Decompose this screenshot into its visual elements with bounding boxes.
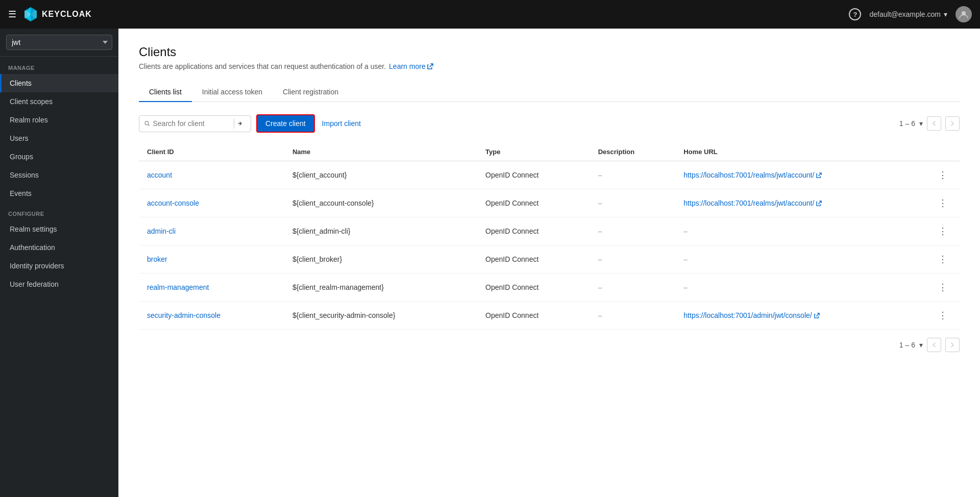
home-url-link[interactable]: https://localhost:7001/realms/jwt/accoun… [683, 171, 822, 179]
pagination-dropdown-icon[interactable]: ▾ [919, 119, 923, 128]
col-header-description: Description [590, 143, 676, 161]
table-row: security-admin-console${client_security-… [139, 302, 960, 330]
prev-page-button[interactable] [927, 116, 941, 131]
external-link-icon [427, 63, 433, 69]
cell-type: OpenID Connect [477, 161, 590, 189]
bottom-next-page-button[interactable] [945, 338, 960, 352]
sidebar-manage-label: Manage [0, 57, 118, 74]
bottom-pagination-dropdown-icon[interactable]: ▾ [919, 341, 923, 349]
hamburger-icon[interactable]: ☰ [8, 9, 16, 20]
cell-client-id: security-admin-console [139, 302, 284, 330]
cell-description: – [590, 302, 676, 330]
cell-row-actions: ⋮ [926, 302, 960, 330]
table-row: broker${client_broker}OpenID Connect––⋮ [139, 245, 960, 274]
table-body: account${client_account}OpenID Connect–h… [139, 161, 960, 330]
client-id-link[interactable]: account-console [147, 199, 199, 207]
cell-row-actions: ⋮ [926, 274, 960, 302]
home-url-dash: – [683, 283, 688, 291]
topbar: ☰ KEYCLOAK ? default@example.com ▾ [0, 0, 980, 29]
bottom-prev-page-button[interactable] [927, 338, 941, 352]
cell-name: ${client_security-admin-console} [284, 302, 477, 330]
client-id-link[interactable]: realm-management [147, 283, 209, 291]
col-header-home-url: Home URL [675, 143, 926, 161]
realm-selector[interactable]: jwt [0, 29, 118, 57]
next-page-button[interactable] [945, 116, 960, 131]
learn-more-text: Learn more [389, 62, 426, 70]
cell-name: ${client_broker} [284, 245, 477, 274]
user-dropdown-arrow-icon: ▾ [944, 10, 947, 18]
row-kebab-menu-button[interactable]: ⋮ [934, 223, 951, 239]
external-link-row-icon [814, 313, 820, 318]
home-url-dash: – [683, 255, 688, 263]
sidebar-item-groups[interactable]: Groups [0, 147, 118, 166]
topbar-right: ? default@example.com ▾ [849, 6, 972, 22]
toolbar-left: Create client Import client [139, 114, 363, 133]
bottom-chevron-left-icon [932, 342, 936, 347]
home-url-link[interactable]: https://localhost:7001/admin/jwt/console… [683, 311, 819, 319]
cell-client-id: broker [139, 245, 284, 274]
cell-name: ${client_realm-management} [284, 274, 477, 302]
learn-more-link[interactable]: Learn more [389, 62, 433, 70]
cell-client-id: account [139, 161, 284, 189]
cell-name: ${client_account} [284, 161, 477, 189]
client-id-link[interactable]: account [147, 171, 172, 179]
search-input[interactable] [153, 119, 229, 128]
table-row: realm-management${client_realm-managemen… [139, 274, 960, 302]
realm-select[interactable]: jwt [6, 35, 112, 50]
user-avatar-icon [959, 10, 968, 19]
sidebar-item-user-federation[interactable]: User federation [0, 275, 118, 293]
cell-home-url: – [675, 245, 926, 274]
help-icon[interactable]: ? [849, 8, 861, 20]
tab-initial-access-token[interactable]: Initial access token [192, 83, 273, 102]
tab-client-registration[interactable]: Client registration [273, 83, 349, 102]
col-header-type: Type [477, 143, 590, 161]
cell-row-actions: ⋮ [926, 245, 960, 274]
sidebar-item-client-scopes[interactable]: Client scopes [0, 92, 118, 111]
create-client-button[interactable]: Create client [256, 114, 315, 133]
row-kebab-menu-button[interactable]: ⋮ [934, 167, 951, 183]
arrow-right-icon [237, 121, 242, 126]
sidebar-item-authentication[interactable]: Authentication [0, 238, 118, 257]
row-kebab-menu-button[interactable]: ⋮ [934, 280, 951, 295]
cell-client-id: realm-management [139, 274, 284, 302]
cell-type: OpenID Connect [477, 245, 590, 274]
sidebar-item-clients[interactable]: Clients [0, 74, 118, 92]
cell-description: – [590, 217, 676, 245]
external-link-row-icon [816, 172, 822, 178]
cell-home-url: – [675, 274, 926, 302]
client-id-link[interactable]: broker [147, 255, 167, 263]
main-content: Clients Clients are applications and ser… [118, 29, 980, 497]
row-kebab-menu-button[interactable]: ⋮ [934, 195, 951, 211]
toolbar: Create client Import client 1 – 6 ▾ [139, 114, 960, 133]
keycloak-logo-icon [22, 6, 39, 22]
sidebar-item-users[interactable]: Users [0, 129, 118, 147]
cell-row-actions: ⋮ [926, 189, 960, 217]
search-wrapper[interactable] [139, 115, 251, 132]
cell-name: ${client_admin-cli} [284, 217, 477, 245]
cell-client-id: admin-cli [139, 217, 284, 245]
cell-client-id: account-console [139, 189, 284, 217]
clients-table: Client ID Name Type Description Home URL… [139, 143, 960, 330]
row-kebab-menu-button[interactable]: ⋮ [934, 308, 951, 323]
chevron-right-icon [950, 121, 954, 126]
page-subtitle: Clients are applications and services th… [139, 62, 960, 70]
sidebar-item-identity-providers[interactable]: Identity providers [0, 257, 118, 275]
sidebar-item-realm-roles[interactable]: Realm roles [0, 111, 118, 129]
avatar[interactable] [955, 6, 972, 22]
client-id-link[interactable]: security-admin-console [147, 311, 220, 319]
user-dropdown[interactable]: default@example.com ▾ [869, 10, 947, 18]
page-subtitle-text: Clients are applications and services th… [139, 62, 386, 70]
search-go-button[interactable] [234, 119, 246, 129]
topbar-left: ☰ KEYCLOAK [8, 6, 92, 22]
row-kebab-menu-button[interactable]: ⋮ [934, 252, 951, 267]
client-id-link[interactable]: admin-cli [147, 227, 176, 235]
sidebar-item-events[interactable]: Events [0, 184, 118, 203]
sidebar-item-sessions[interactable]: Sessions [0, 166, 118, 184]
import-client-button[interactable]: Import client [320, 115, 363, 132]
sidebar-item-realm-settings[interactable]: Realm settings [0, 220, 118, 238]
table-row: admin-cli${client_admin-cli}OpenID Conne… [139, 217, 960, 245]
tab-clients-list[interactable]: Clients list [139, 83, 192, 102]
sidebar: jwt Manage Clients Client scopes Realm r… [0, 29, 118, 497]
cell-home-url: – [675, 217, 926, 245]
home-url-link[interactable]: https://localhost:7001/realms/jwt/accoun… [683, 199, 822, 207]
